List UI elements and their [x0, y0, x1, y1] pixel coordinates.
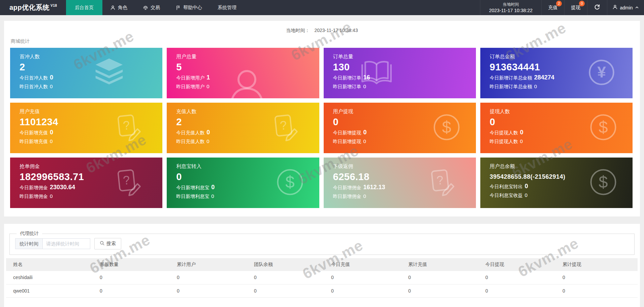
nav-item-label: 后台首页	[75, 5, 94, 11]
stat-card-5: 充值人数2今日充值人数0昨日充值人数0?	[167, 103, 319, 153]
stat-card-yesterday-label: 昨日新增用户	[176, 84, 204, 89]
yen-circle-icon: ¥	[588, 59, 615, 87]
nav-item-1[interactable]: 角色	[102, 0, 135, 15]
stat-card-yesterday-value: 0	[520, 138, 523, 144]
nav-item-home[interactable]: 后台首页	[66, 0, 102, 15]
stat-card-9: 利息宝转入0今日新增利息宝0昨日新增利息宝0$	[167, 158, 319, 208]
nav-item-label: 角色	[118, 5, 127, 11]
section-title-shop-stats: 商城统计	[11, 38, 640, 44]
stat-card-11: 用户总余额395428655.88(-21562914)今日利息宝转出0今日利息…	[480, 158, 633, 208]
nav-item-3[interactable]: 帮助中心	[168, 0, 210, 15]
page-local-time-value: 2023-11-17 10:38:43	[314, 28, 358, 33]
agent-value-cell: 0	[402, 271, 479, 284]
admin-menu[interactable]: admin	[607, 0, 644, 15]
stat-card-yesterday-value: 0	[50, 193, 53, 199]
admin-username: admin	[620, 5, 633, 10]
stat-card-today-value: 0	[211, 184, 215, 191]
svg-text:$: $	[599, 173, 608, 191]
user-icon	[110, 5, 116, 10]
page-local-time: 当地时间： 2023-11-17 10:38:43	[4, 21, 640, 34]
app-version: V18	[51, 4, 57, 7]
agent-value-cell: 0	[479, 284, 556, 297]
stat-card-yesterday-value: 0	[50, 83, 53, 89]
scales-icon	[143, 5, 148, 10]
nav-item-2[interactable]: 交易	[135, 0, 168, 15]
stat-card-yesterday-label: 昨日新增佣金	[333, 194, 361, 199]
agent-stats-fieldset: 代理统计 统计时间 搜索	[9, 231, 635, 255]
refresh-button[interactable]	[587, 0, 607, 15]
stat-time-label: 统计时间	[15, 238, 42, 249]
agent-name-cell: ceshidaili	[6, 271, 94, 284]
doc-edit-icon: ?	[427, 168, 456, 198]
doc-edit-icon: ?	[113, 168, 142, 198]
doc-edit-icon: ?	[113, 113, 142, 143]
withdraw-nav-button[interactable]: 提现 0	[564, 0, 587, 15]
agent-table-header-row: 姓名客服数量累计用户团队余额今日充值累计充值今日提现累计提现	[6, 258, 638, 271]
stat-card-today-value: 0	[363, 129, 367, 136]
agent-value-cell: 0	[556, 271, 638, 284]
dollar-circle-icon: $	[433, 113, 460, 142]
flag-icon	[175, 5, 181, 10]
stat-card-8: 抢单佣金182996583.71今日新增佣金23030.64昨日新增佣金0?	[10, 158, 162, 208]
stat-card-today-label: 今日新增用户	[176, 75, 204, 80]
stat-card-4: 用户充值1101234今日新增充值0昨日新增充值0?	[10, 103, 162, 153]
stat-card-yesterday-label: 昨日新增订单总金额	[490, 84, 532, 89]
agent-value-cell: 0	[248, 271, 325, 284]
stat-card-today-label: 今日新增利息宝	[176, 185, 209, 190]
stat-card-title: 订单总量	[333, 54, 476, 60]
stat-card-today-value: 1	[206, 74, 210, 81]
dollar-circle-icon: $	[589, 168, 617, 197]
navbar-right: 当地时间 2023-11-17 10:38:22 充值 2 提现 0	[480, 0, 644, 15]
stat-card-today-value: 23030.64	[50, 184, 75, 191]
stat-card-title: 用户总量	[176, 54, 319, 60]
stat-card-yesterday-label: 昨日新增充值	[20, 139, 48, 144]
search-button-label: 搜索	[106, 241, 116, 247]
table-row: qwe0010000000	[6, 284, 638, 297]
nav-item-4[interactable]: 系统管理	[210, 0, 244, 15]
stat-card-10: 下级返佣6256.18今日新增佣金1612.13昨日新增佣金0?	[324, 158, 476, 208]
agent-filter-row: 统计时间 搜索	[15, 238, 634, 249]
agent-table-header: 客服数量	[94, 258, 171, 271]
search-button[interactable]: 搜索	[94, 238, 121, 249]
stat-card-today-value: 1612.13	[363, 184, 385, 191]
stat-card-7: 提现人数0今日提现人数0昨日提现人数0$	[480, 103, 633, 153]
stat-card-yesterday-label: 昨日新增佣金	[20, 194, 48, 199]
svg-text:?: ?	[123, 118, 131, 133]
agent-value-cell: 0	[479, 271, 556, 284]
stat-card-yesterday-label: 昨日首冲人数	[20, 84, 48, 89]
stat-card-yesterday-value: 0	[363, 138, 366, 144]
book-icon	[360, 59, 393, 87]
table-row: ceshidaili0000000	[6, 271, 638, 284]
stat-card-yesterday-label: 昨日充值人数	[176, 139, 204, 144]
stat-card-yesterday-label: 今日利息宝收益	[490, 193, 523, 198]
stat-card-title: 首冲人数	[20, 54, 162, 60]
main-menu: 后台首页角色交易帮助中心系统管理	[66, 0, 244, 15]
agent-table-header: 累计用户	[171, 258, 248, 271]
stat-card-today-label: 今日提现人数	[490, 130, 518, 135]
stat-card-today-value: 0	[50, 74, 53, 81]
search-icon	[100, 241, 105, 247]
stat-card-today-label: 今日利息宝转出	[490, 184, 523, 189]
recharge-nav-button[interactable]: 充值 2	[541, 0, 564, 15]
user-icon	[612, 4, 618, 11]
local-time-block: 当地时间 2023-11-17 10:38:22	[480, 0, 541, 15]
agent-value-cell: 0	[402, 284, 479, 297]
stat-card-today-label: 今日新增订单	[333, 75, 361, 80]
stat-card-yesterday-value: 0	[363, 193, 366, 199]
agent-value-cell: 0	[171, 284, 248, 297]
stat-time-input[interactable]	[42, 238, 90, 249]
agent-table-header: 今日提现	[479, 258, 556, 271]
agent-table-header: 累计提现	[556, 258, 638, 271]
svg-text:¥: ¥	[597, 63, 606, 81]
nav-item-label: 交易	[151, 5, 160, 11]
stat-card-yesterday-label: 昨日新增利息宝	[176, 194, 209, 199]
stat-card-value: 2	[20, 61, 162, 73]
agent-stats-panel: 代理统计 统计时间 搜索 姓名客服数量累计用户团队余额今日充值累计充值今日提现累…	[4, 224, 640, 307]
withdraw-badge: 0	[579, 1, 585, 6]
agent-value-cell: 0	[325, 271, 402, 284]
agent-table: 姓名客服数量累计用户团队余额今日充值累计充值今日提现累计提现 ceshidail…	[6, 258, 638, 298]
doc-edit-icon: ?	[270, 113, 299, 143]
stat-card-value: 130	[333, 61, 476, 73]
stat-card-yesterday-value: 0	[534, 83, 537, 89]
stat-cards-grid: 首冲人数2今日首冲人数0昨日首冲人数0用户总量5今日新增用户1昨日新增用户0订单…	[10, 48, 633, 208]
